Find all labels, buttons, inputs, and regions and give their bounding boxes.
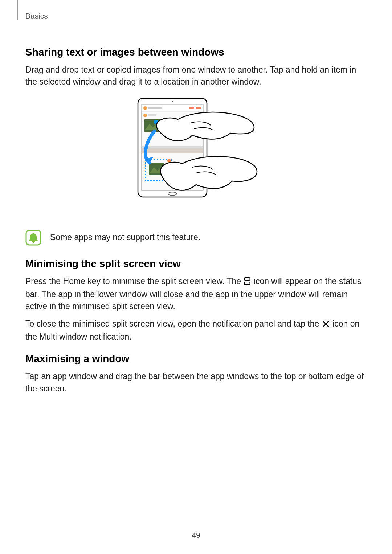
text-part-a: Press the Home key to minimise the split…	[25, 276, 243, 286]
svg-rect-6	[148, 107, 162, 109]
svg-rect-7	[189, 107, 194, 109]
svg-point-9	[143, 114, 147, 117]
breadcrumb: Basics	[25, 12, 48, 20]
svg-point-16	[167, 159, 171, 163]
svg-rect-13	[142, 146, 203, 148]
body-sharing: Drag and drop text or copied images from…	[25, 64, 367, 88]
svg-rect-20	[245, 282, 250, 285]
note-text: Some apps may not support this feature.	[50, 233, 200, 242]
split-screen-icon	[244, 276, 250, 288]
svg-rect-19	[245, 278, 250, 280]
note-callout: Some apps may not support this feature.	[25, 230, 367, 246]
svg-rect-14	[142, 148, 203, 153]
text-part-c: To close the minimised split screen view…	[25, 319, 322, 328]
page-number: 49	[0, 531, 392, 539]
page-content: Sharing text or images between windows D…	[25, 36, 367, 400]
figure-drag-drop	[25, 95, 367, 219]
svg-rect-8	[196, 107, 201, 109]
header-divider	[17, 0, 18, 20]
svg-point-2	[172, 101, 173, 102]
heading-maximising: Maximising a window	[25, 353, 367, 365]
close-x-icon	[322, 319, 330, 331]
body-minimising-2: To close the minimised split screen view…	[25, 318, 367, 343]
body-maximising: Tap an app window and drag the bar betwe…	[25, 370, 367, 395]
heading-minimising: Minimising the split screen view	[25, 258, 367, 270]
body-minimising-1: Press the Home key to minimise the split…	[25, 275, 367, 313]
svg-rect-10	[148, 114, 156, 116]
heading-sharing: Sharing text or images between windows	[25, 46, 367, 58]
tablet-illustration	[134, 95, 258, 219]
note-bell-icon	[25, 230, 41, 246]
svg-point-5	[143, 106, 147, 110]
